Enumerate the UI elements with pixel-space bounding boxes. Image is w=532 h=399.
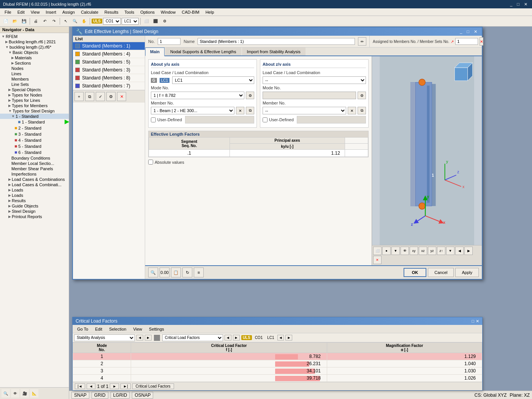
view-btn5[interactable]: xy xyxy=(410,247,418,255)
view-btn8[interactable]: z↑ xyxy=(437,247,445,255)
clf-row-1[interactable]: 1 8.782 1.129 xyxy=(73,353,482,360)
nav-lines[interactable]: Lines xyxy=(0,71,69,76)
list-item-3[interactable]: Standard (Members : 5) xyxy=(73,58,145,66)
nav-sections[interactable]: ▶ Sections xyxy=(0,60,69,66)
co-selector[interactable]: CO1 xyxy=(103,18,121,25)
list-item-1[interactable]: Standard (Members : 1) xyxy=(73,42,145,50)
bottom-search-btn[interactable]: 🔍 xyxy=(148,268,158,277)
member-btn2-y[interactable]: ⧉ xyxy=(246,107,254,114)
status-snap[interactable]: SNAP xyxy=(71,392,89,399)
menu-insert[interactable]: Insert xyxy=(43,10,59,14)
menu-window[interactable]: Window xyxy=(158,10,179,14)
clf-prev-btn[interactable]: ◄ xyxy=(136,335,143,340)
nav-members[interactable]: Members xyxy=(0,76,69,82)
toolbar-render[interactable]: ⬛ xyxy=(151,17,160,25)
nav-load-wizards[interactable]: ▶ Loads xyxy=(0,187,69,193)
name-input[interactable] xyxy=(198,38,355,45)
lc-selector[interactable]: LC1 xyxy=(122,18,139,25)
view-btn12[interactable]: ✕ xyxy=(373,256,382,264)
toolbar-pan[interactable]: ✋ xyxy=(80,17,88,25)
nav-btn4[interactable]: 📐 xyxy=(30,389,38,397)
nav-types-members[interactable]: ▶ Types for Members xyxy=(0,103,69,108)
menu-cadbim[interactable]: CAD-BIM xyxy=(179,10,202,14)
clf-stability-combo[interactable]: Stability Analysis xyxy=(74,334,135,341)
menu-calculate[interactable]: Calculate xyxy=(78,10,101,14)
clf-menu-goto[interactable]: Go To xyxy=(74,327,91,331)
name-edit-btn[interactable]: ✏ xyxy=(358,37,366,46)
list-gear-btn[interactable]: ⚙ xyxy=(106,92,116,101)
clf-next-btn[interactable]: ► xyxy=(145,335,152,340)
bottom-num-btn[interactable]: 0.00 xyxy=(160,268,169,277)
nav-nodes[interactable]: Nodes xyxy=(0,66,69,71)
dialog-close[interactable]: ✕ xyxy=(472,29,479,34)
view-btn10[interactable]: ◀ xyxy=(455,247,464,255)
nav-std3[interactable]: ■ 3 - Standard xyxy=(0,131,69,137)
nav-std1[interactable]: ▶ ■ 1 - Standard xyxy=(0,119,69,125)
nav-linesets[interactable]: Line Sets xyxy=(0,82,69,87)
nav-btn2[interactable]: 👁 xyxy=(11,389,19,397)
member-btn1-z[interactable]: ✕ xyxy=(348,107,356,114)
clf-menu-settings[interactable]: Settings xyxy=(146,327,167,331)
toolbar-print[interactable]: 🖨 xyxy=(32,17,40,25)
clf-footer-last[interactable]: ►| xyxy=(120,383,131,389)
clf-row-3[interactable]: 3 34.101 1.030 xyxy=(73,367,482,375)
clf-factor-next[interactable]: ► xyxy=(233,335,240,340)
menu-edit[interactable]: Edit xyxy=(14,10,28,14)
nav-std4[interactable]: ■ 4 - Standard xyxy=(0,137,69,143)
bottom-table-btn[interactable]: 📋 xyxy=(171,268,181,277)
view-btn6[interactable]: xz xyxy=(419,247,427,255)
mode-btn-z[interactable]: ⚙ xyxy=(358,92,366,99)
clf-menu-edit[interactable]: Edit xyxy=(92,327,105,331)
dialog-minimize[interactable]: _ xyxy=(458,29,464,34)
member-dropdown-z[interactable]: -- xyxy=(263,107,346,114)
clf-factor-prev[interactable]: ◄ xyxy=(225,335,231,340)
nav-guide[interactable]: ▶ Guide Objects xyxy=(0,203,69,209)
clf-menu-selection[interactable]: Selection xyxy=(106,327,129,331)
nav-results[interactable]: ▶ Results xyxy=(0,198,69,203)
toolbar-new[interactable]: 📄 xyxy=(2,17,10,25)
clf-menu-view[interactable]: View xyxy=(130,327,145,331)
menu-view[interactable]: View xyxy=(28,10,43,14)
list-item-5[interactable]: Standard (Members : 8) xyxy=(73,74,145,82)
list-copy-btn[interactable]: ⧉ xyxy=(85,92,94,101)
nav-loads[interactable]: ▶ Loads xyxy=(0,193,69,198)
apply-button[interactable]: Apply xyxy=(455,268,479,277)
member-dropdown-y[interactable]: 1 - Beam | 2 - HE 300... xyxy=(151,107,234,114)
nav-types-steel[interactable]: ▼ Types for Steel Design xyxy=(0,108,69,114)
nav-materials[interactable]: ▶ Materials xyxy=(0,55,69,60)
no-input[interactable] xyxy=(158,38,180,45)
toolbar-open[interactable]: 📂 xyxy=(11,17,19,25)
clf-lc-next[interactable]: ► xyxy=(285,335,292,340)
bottom-refresh-btn[interactable]: ↻ xyxy=(182,268,192,277)
nav-file1[interactable]: ▶ Buckling length.rf6 | 2021 xyxy=(0,39,69,44)
list-delete-btn[interactable]: ✕ xyxy=(117,92,126,101)
nav-std5[interactable]: ■ 5 - Standard xyxy=(0,143,69,149)
view-btn7[interactable]: yz xyxy=(428,247,436,255)
member-btn2-z[interactable]: ⧉ xyxy=(358,107,366,114)
nav-basic-objects[interactable]: ▼ Basic Objects xyxy=(0,50,69,55)
clf-footer-next[interactable]: ► xyxy=(110,383,119,389)
nav-types-nodes[interactable]: ▶ Types for Nodes xyxy=(0,92,69,98)
view-btn3[interactable]: ▼ xyxy=(391,247,400,255)
user-defined-check-z[interactable] xyxy=(263,117,268,122)
toolbar-select[interactable]: ↖ xyxy=(62,17,70,25)
tab-main[interactable]: Main xyxy=(145,48,165,56)
clf-row-2[interactable]: 2 26.231 1.040 xyxy=(73,360,482,367)
nav-btn1[interactable]: 🔍 xyxy=(2,389,10,397)
clf-row-4[interactable]: 4 39.718 1.026 xyxy=(73,375,482,382)
lc-dropdown-z[interactable]: -- xyxy=(263,76,366,84)
menu-help[interactable]: Help xyxy=(203,10,217,14)
list-check-btn[interactable]: ✓ xyxy=(96,92,105,101)
nav-printout[interactable]: ▶ Printout Reports xyxy=(0,214,69,219)
clf-footer-prev[interactable]: ◄ xyxy=(87,383,96,389)
tab-nodal[interactable]: Nodal Supports & Effective Lengths xyxy=(165,48,241,55)
menu-options[interactable]: Options xyxy=(137,10,158,14)
view-btn1[interactable]: ⬜ xyxy=(373,247,382,255)
toolbar-settings[interactable]: ⚙ xyxy=(160,17,169,25)
clf-factor-combo[interactable]: Critical Load Factors xyxy=(162,334,223,341)
maximize-btn[interactable]: □ xyxy=(515,2,521,7)
user-defined-check-y[interactable] xyxy=(151,117,156,122)
nav-member-local[interactable]: Member Local Sectio... xyxy=(0,161,69,166)
lc-dropdown-y[interactable]: LC1 xyxy=(172,76,254,84)
bottom-menu-btn[interactable]: ≡ xyxy=(194,268,204,277)
